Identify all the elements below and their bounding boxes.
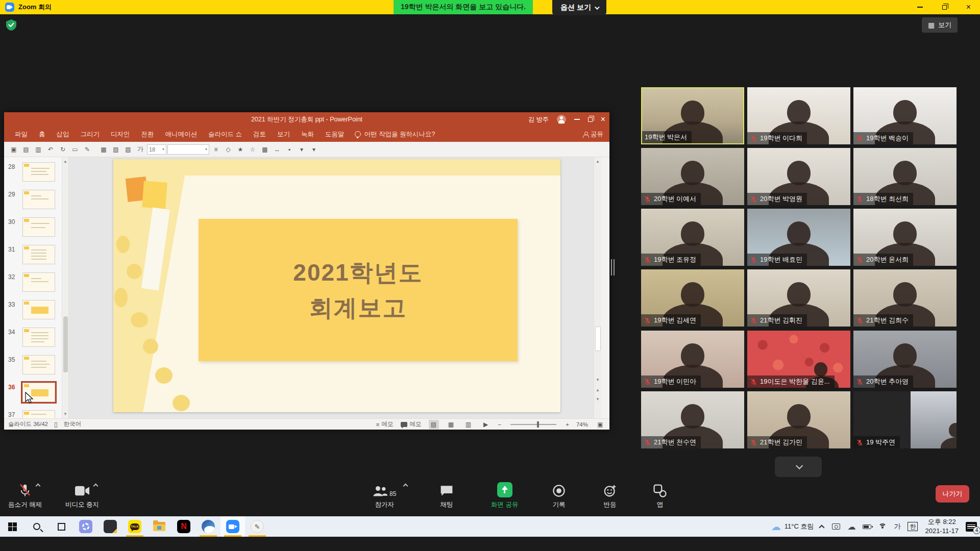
mic-options-caret[interactable] [36, 484, 41, 489]
search-button[interactable] [24, 516, 49, 537]
qat-icon[interactable]: ✎ [82, 144, 93, 155]
participant-tile[interactable]: 21학번 김희수 [853, 269, 957, 327]
participant-tile[interactable]: 20학번 이예서 [641, 148, 744, 205]
reading-view-button[interactable]: ▥ [463, 420, 474, 429]
wifi-icon[interactable] [878, 523, 887, 530]
slide-thumbnail[interactable] [22, 190, 55, 209]
scrollbar-thumb[interactable] [63, 316, 68, 372]
zoom-percent[interactable]: 74% [576, 421, 588, 428]
apps-button[interactable]: 앱 [653, 482, 667, 509]
scroll-up-icon[interactable]: ▲ [594, 157, 601, 164]
taskbar-app-editor[interactable] [98, 516, 122, 537]
slideshow-button[interactable]: ▶ [481, 420, 491, 429]
thumbnail-scrollbar[interactable]: ▲ ▼ [62, 157, 68, 418]
zoom-slider-thumb[interactable] [537, 421, 539, 428]
slide-thumbnail-selected[interactable] [22, 383, 55, 402]
scroll-down-icon[interactable]: ▼ [62, 412, 68, 416]
qat-icon[interactable]: ↶ [45, 144, 56, 155]
close-icon[interactable]: × [966, 3, 971, 11]
tab-transitions[interactable]: 전환 [136, 127, 160, 142]
font-name-box[interactable]: ▾ [167, 144, 209, 155]
qat-icon[interactable]: ▪ [284, 144, 295, 155]
tab-review[interactable]: 검토 [248, 127, 272, 142]
qat-icon[interactable]: ▾ [296, 144, 307, 155]
slide-title-card[interactable]: 2021학년도 회계보고 [199, 219, 518, 361]
participant-tile[interactable]: 19학번 이민아 [641, 331, 744, 388]
taskbar-app-settings[interactable] [74, 516, 98, 537]
taskbar-app-netflix[interactable]: N [172, 516, 196, 537]
qat-icon[interactable]: ▭ [69, 144, 81, 155]
taskbar-app-paint[interactable]: ✎ [245, 516, 270, 537]
participant-tile[interactable]: 21학번 김휘진 [747, 269, 850, 327]
minimize-icon[interactable] [917, 7, 923, 8]
tab-animations[interactable]: 애니메이션 [160, 127, 203, 142]
participant-tile[interactable]: 20학번 추아영 [853, 331, 957, 388]
qat-icon[interactable]: ◇ [223, 144, 234, 155]
participant-tile[interactable]: 19학번 조유정 [641, 209, 744, 266]
participant-tile[interactable]: 19학번 배효민 [747, 209, 850, 266]
language-indicator[interactable]: 한국어 [64, 420, 82, 428]
account-avatar[interactable] [557, 115, 566, 124]
qat-icon[interactable]: ↻ [57, 144, 68, 155]
participant-tile[interactable]: 19이도은 박한울 김윤... [747, 331, 850, 388]
panel-resize-handle[interactable] [611, 259, 615, 276]
qat-icon[interactable]: ▤ [20, 144, 32, 155]
leave-button[interactable]: 나가기 [936, 485, 969, 503]
hidden-icons-chevron[interactable] [819, 524, 825, 530]
tell-me-box[interactable]: 어떤 작업을 원하시나요? [355, 130, 435, 139]
taskbar-app-whale[interactable] [196, 516, 220, 537]
scroll-up-icon[interactable]: ▲ [62, 157, 68, 164]
notes-button[interactable]: ≡ 메모 [376, 420, 394, 428]
scroll-down-icon[interactable]: ▼ [594, 378, 601, 382]
tab-draw[interactable]: 그리기 [75, 127, 106, 142]
taskbar-app-kakaotalk[interactable]: TALK [122, 516, 147, 537]
qat-icon[interactable]: ▥ [33, 144, 44, 155]
zoom-in-icon[interactable]: + [566, 421, 569, 428]
slide-thumbnail[interactable] [22, 162, 55, 182]
zoom-out-icon[interactable]: − [498, 421, 502, 428]
qat-icon[interactable]: ▧ [110, 144, 121, 155]
ime-mode-a[interactable]: 가 [894, 522, 900, 531]
participant-tile[interactable]: 18학번 최선희 [853, 148, 957, 205]
qat-icon[interactable]: ▾ [308, 144, 320, 155]
slide-thumbnail[interactable] [22, 272, 55, 292]
gallery-view-button[interactable]: ▦ 보기 [922, 17, 958, 33]
slide-thumbnail[interactable] [22, 217, 55, 237]
font-size-box[interactable]: 18 ▾ [147, 144, 166, 155]
tab-help[interactable]: 도움말 [320, 127, 350, 142]
slide-thumbnail[interactable] [22, 410, 55, 418]
ime-mode-han[interactable]: 한 [908, 522, 918, 531]
qat-icon[interactable]: 가 [135, 144, 146, 155]
participant-tile[interactable]: 20학번 윤서희 [853, 209, 957, 266]
slide-sorter-view-button[interactable]: ▦ [446, 420, 456, 429]
tab-view[interactable]: 보기 [272, 127, 296, 142]
qat-icon[interactable]: ☆ [247, 144, 258, 155]
onedrive-icon[interactable]: ☁ [847, 522, 855, 532]
qat-icon[interactable]: ★ [235, 144, 246, 155]
share-screen-button[interactable]: 화면 공유 [491, 482, 518, 509]
gallery-next-page-button[interactable] [775, 457, 822, 477]
ppt-restore-icon[interactable] [588, 117, 593, 122]
participant-tile[interactable]: 19학번 이다희 [747, 87, 850, 144]
ppt-close-icon[interactable]: × [601, 115, 605, 123]
unmute-button[interactable]: 음소거 해제 [8, 482, 42, 509]
tab-file[interactable]: 파일 [9, 127, 33, 142]
taskbar-app-zoom[interactable] [220, 516, 245, 537]
qat-icon[interactable]: ▩ [259, 144, 271, 155]
battery-icon[interactable] [863, 524, 871, 529]
start-button[interactable] [0, 516, 24, 537]
current-slide[interactable]: 2021학년도 회계보고 [113, 159, 560, 412]
fit-to-window-icon[interactable]: ▣ [595, 420, 605, 429]
qat-icon[interactable]: ≡ [210, 144, 222, 155]
accessibility-icon[interactable]: ▯ [54, 421, 58, 428]
qat-icon[interactable]: ▣ [8, 144, 19, 155]
tab-record[interactable]: 녹화 [296, 127, 320, 142]
participant-tile[interactable]: 19학번 박은서 [641, 87, 744, 144]
video-options-caret[interactable] [93, 484, 99, 489]
previous-slide-icon[interactable]: ▲ [594, 388, 601, 392]
reactions-button[interactable]: 반응 [603, 482, 617, 509]
tab-slideshow[interactable]: 슬라이드 쇼 [203, 127, 248, 142]
slide-thumbnail[interactable] [22, 245, 55, 264]
normal-view-button[interactable]: ▤ [429, 420, 439, 429]
security-shield-icon[interactable] [6, 19, 16, 31]
